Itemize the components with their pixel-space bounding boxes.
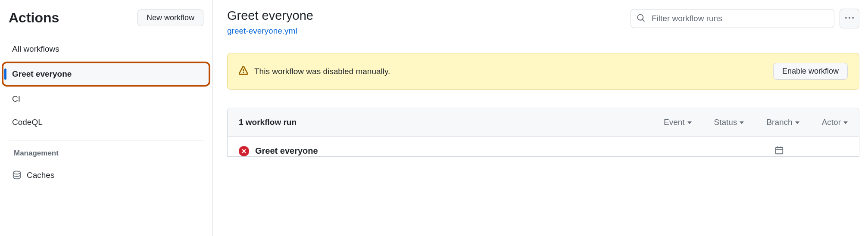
run-title: Greet everyone xyxy=(255,146,318,156)
run-row[interactable]: Greet everyone xyxy=(228,137,859,156)
filter-label: Status xyxy=(714,118,737,127)
filter-runs-input[interactable] xyxy=(631,9,834,28)
page-title: Actions xyxy=(9,10,59,26)
sidebar: Actions New workflow All workflows Greet… xyxy=(0,0,212,236)
divider xyxy=(9,140,203,140)
search-icon xyxy=(637,14,645,24)
sidebar-item-label: Greet everyone xyxy=(12,69,72,79)
chevron-down-icon xyxy=(687,121,692,124)
runs-header: 1 workflow run Event Status Branch xyxy=(228,108,859,137)
filter-event[interactable]: Event xyxy=(664,118,692,127)
filter-status[interactable]: Status xyxy=(714,118,744,127)
title-block: Greet everyone greet-everyone.yml xyxy=(227,9,631,36)
highlight-outline: Greet everyone xyxy=(2,62,210,87)
main-content: Greet everyone greet-everyone.yml xyxy=(212,0,868,236)
database-icon xyxy=(12,171,22,180)
runs-count: 1 workflow run xyxy=(239,118,297,127)
runs-list: 1 workflow run Event Status Branch xyxy=(227,108,859,157)
chevron-down-icon xyxy=(740,121,744,124)
failure-icon xyxy=(239,146,249,156)
filter-label: Branch xyxy=(766,118,792,127)
kebab-menu-button[interactable] xyxy=(840,9,859,28)
sidebar-item-label: CodeQL xyxy=(12,118,43,127)
sidebar-item-label: Caches xyxy=(27,171,54,180)
runs-filters: Event Status Branch Actor xyxy=(664,118,848,127)
chevron-down-icon xyxy=(795,121,799,124)
sidebar-item-all-workflows[interactable]: All workflows xyxy=(3,38,209,60)
filter-actor[interactable]: Actor xyxy=(822,118,848,127)
filter-branch[interactable]: Branch xyxy=(766,118,799,127)
sidebar-header: Actions New workflow xyxy=(0,9,212,38)
enable-workflow-button[interactable]: Enable workflow xyxy=(773,63,848,80)
alert-text: This workflow was disabled manually. xyxy=(254,67,390,76)
main-header: Greet everyone greet-everyone.yml xyxy=(227,9,859,36)
sidebar-item-greet-everyone[interactable]: Greet everyone xyxy=(3,63,209,85)
filter-label: Actor xyxy=(822,118,841,127)
filter-label: Event xyxy=(664,118,685,127)
alert-content: This workflow was disabled manually. xyxy=(239,66,390,77)
sidebar-item-label: CI xyxy=(12,94,20,104)
sidebar-item-label: All workflows xyxy=(12,44,59,54)
workflow-file-link[interactable]: greet-everyone.yml xyxy=(227,26,297,35)
disabled-alert: This workflow was disabled manually. Ena… xyxy=(227,53,859,90)
run-meta xyxy=(774,146,848,156)
sidebar-item-codeql[interactable]: CodeQL xyxy=(3,112,209,133)
kebab-icon xyxy=(845,14,854,24)
alert-icon xyxy=(239,66,248,77)
calendar-icon xyxy=(774,149,784,156)
workflow-list: All workflows Greet everyone CI CodeQL M… xyxy=(0,38,212,186)
svg-rect-1 xyxy=(776,147,783,154)
run-row-left: Greet everyone xyxy=(239,146,318,156)
filter-input-wrapper xyxy=(631,9,834,28)
workflow-title: Greet everyone xyxy=(227,9,631,23)
sidebar-item-ci[interactable]: CI xyxy=(3,88,209,110)
management-heading: Management xyxy=(3,149,209,165)
sidebar-item-caches[interactable]: Caches xyxy=(3,165,209,186)
svg-point-0 xyxy=(13,171,21,174)
new-workflow-button[interactable]: New workflow xyxy=(137,9,203,26)
main-controls xyxy=(631,9,859,28)
chevron-down-icon xyxy=(843,121,848,124)
